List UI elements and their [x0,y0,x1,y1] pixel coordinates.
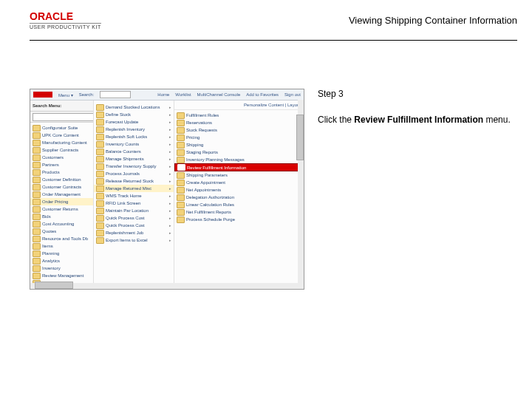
col1-item[interactable]: UPK Core Content [30,132,93,139]
menu-item-label: Resource and Tools Db [42,236,88,241]
col2-item[interactable]: Process Journals▸ [94,170,174,177]
nav-search-box[interactable] [100,91,131,98]
col3-item[interactable]: Linear Calculation Rules [174,201,304,208]
col3-item[interactable]: Reservations [174,119,304,126]
col1-item[interactable]: Partners [30,161,93,168]
col1-item[interactable]: Customer Definition [30,176,93,183]
col3-item[interactable]: Delegation Authorization [174,194,304,201]
nav-link-fav[interactable]: Add to Favorites [246,92,279,97]
folder-icon [96,200,104,207]
step-instruction: Click the Review Fulfillment Information… [318,114,517,126]
col1-item[interactable]: Review Management [30,272,93,279]
page-title: Viewing Shipping Container Information [349,15,517,26]
col1-item[interactable]: Configurator Suite [30,124,93,132]
folder-icon [96,104,104,111]
menu-item-label: Analytics [42,259,60,263]
col3-item[interactable]: Net Fulfillment Reports [174,208,304,216]
col1-item[interactable]: Planning [30,250,93,257]
col2-item[interactable]: Transfer Inventory Supply▸ [94,163,174,170]
col2-item[interactable]: Export Items to Excel▸ [94,236,174,244]
col1-item[interactable]: Resource and Tools Db [30,235,93,242]
col1-item[interactable]: Supplier Contracts [30,146,93,154]
chevron-right-icon: ▸ [169,149,171,154]
folder-icon [177,142,185,149]
col3-item[interactable]: Net Appointments [174,186,304,194]
col1-item[interactable]: Customers [30,154,93,161]
col2-item[interactable]: Replenish Inventory▸ [94,126,174,133]
menu-item-label: Forecast Update [106,120,138,124]
menu-item-label: Order Management [42,192,81,197]
col1-item[interactable]: Order Management [30,191,93,198]
folder-icon [177,120,185,126]
menu-item-label: Net Appointments [186,188,221,192]
chevron-right-icon: ▸ [169,231,171,235]
col1-item[interactable]: Items [30,242,93,250]
col2-item[interactable]: WMS Track Home▸ [94,192,174,200]
folder-icon [177,209,185,216]
horizontal-scrollbar[interactable] [30,283,304,289]
col2-item[interactable]: Replenish Soft Locks▸ [94,133,174,140]
col1-item[interactable]: Order Pricing [30,198,93,205]
menu-item-label: Shipping [186,143,203,147]
nav-menu[interactable]: Menu ▾ [58,92,73,98]
col3-item[interactable]: Process Schedule Purge [174,216,304,223]
col2-item[interactable]: Demand Stocked Locations▸ [94,103,174,111]
col1-item[interactable]: Analytics [30,257,93,265]
col2-item[interactable]: Balance Counters▸ [94,148,174,155]
col2-item[interactable]: Manage Returned Misc▸ [94,185,174,192]
col2-item[interactable]: Forecast Update▸ [94,118,174,126]
col3-item[interactable]: Stock Requests [174,126,304,134]
menu-item-label: Manage Returned Misc [106,186,151,191]
folder-icon [177,172,185,179]
menu-item-label: Manage Shipments [106,157,144,161]
nav-link-worklist[interactable]: Worklist [175,92,191,97]
col2-item[interactable]: Quick Process Cost▸ [94,214,174,222]
col3-item[interactable]: Pricing [174,134,304,141]
col3-item[interactable]: Shipping Parameters [174,171,304,179]
menu-item-label: Maintain Par Location [106,208,149,213]
col2-item[interactable]: Quick Process Cost▸ [94,222,174,229]
menu-item-label: Balance Counters [106,149,141,154]
col1-item[interactable]: Customer Returns [30,205,93,213]
menu-item-label: Inventory Counts [106,142,139,146]
col3-item[interactable]: Staging Reports [174,149,304,156]
folder-icon [177,216,185,223]
col2-item[interactable]: Replenishment Job▸ [94,229,174,236]
nav-signout[interactable]: Sign out [284,92,301,97]
col1-item[interactable]: Bids [30,213,93,220]
col2-item[interactable]: Manage Shipments▸ [94,155,174,163]
header-rule [30,40,517,41]
menu-search-input[interactable] [33,113,94,121]
col3-item[interactable]: Fulfillment Rules [174,112,304,119]
personalize-link[interactable]: Personalize Content | Layout [244,103,301,107]
col1-item[interactable]: Customer Contracts [30,183,93,191]
nav-link-home[interactable]: Home [157,92,169,97]
review-fulfillment-information-menu[interactable]: Review Fulfillment Information [174,163,304,171]
folder-icon [96,141,104,148]
menu-item-label: Inventory [42,266,61,270]
col2-item[interactable]: Release Returned Stock▸ [94,177,174,185]
col1-item[interactable]: Cost Accounting [30,220,93,228]
col2-item[interactable]: RFID Link Screen▸ [94,200,174,207]
col2-item[interactable]: Inventory Counts▸ [94,140,174,148]
col2-item[interactable]: Define Stock▸ [94,111,174,118]
folder-icon [96,215,104,222]
folder-icon [96,149,104,155]
col2-item[interactable]: Maintain Par Location▸ [94,207,174,214]
col3-item[interactable]: Create Appointment [174,179,304,186]
col1-item[interactable]: Manufacturing Content [30,139,93,146]
menu-column-3: Personalize Content | Layout Fulfillment… [174,100,304,290]
menu-item-label: Review Management [42,273,83,278]
col1-item[interactable]: Inventory [30,265,93,272]
folder-icon [96,134,104,140]
folder-icon [33,250,41,257]
col3-item[interactable]: Inventory Planning Messages [174,156,304,163]
vertical-scrollbar[interactable] [298,100,304,289]
col1-item[interactable]: Products [30,168,93,176]
nav-link-mcc[interactable]: MultiChannel Console [197,92,241,97]
col1-item[interactable]: Quotes [30,228,93,235]
col3-item[interactable]: Shipping [174,141,304,149]
folder-icon [96,163,104,170]
menu-item-label: Order Pricing [42,200,68,204]
chevron-right-icon: ▸ [169,216,171,220]
